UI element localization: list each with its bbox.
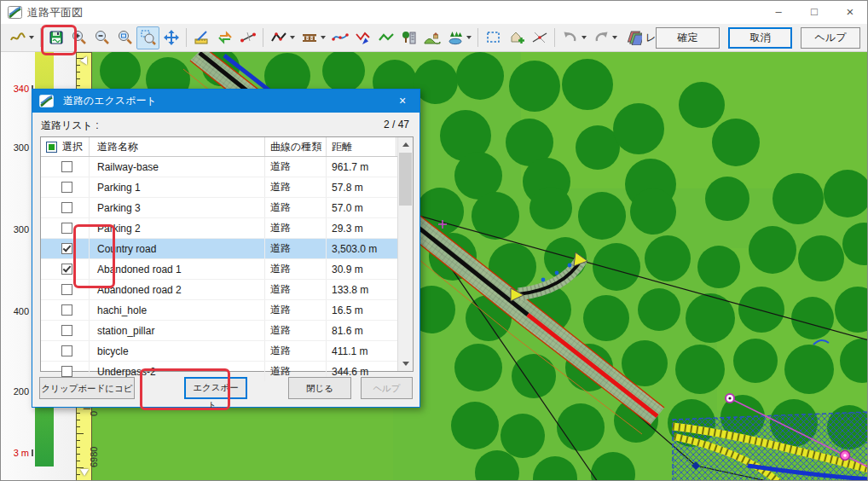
- app-window: 3403003004002003 m 7140 0 6980 道路平面図 – □…: [0, 0, 868, 481]
- tree-building-tool-button[interactable]: [397, 26, 420, 49]
- save-icon: [48, 29, 65, 46]
- road-name-cell: Parking 1: [90, 177, 265, 197]
- scale-label: 200: [14, 386, 33, 397]
- row-checkbox[interactable]: [61, 304, 72, 316]
- measure-tool-button[interactable]: [190, 26, 213, 49]
- forest-pond-tool-button[interactable]: [443, 26, 466, 49]
- chevron-down-icon[interactable]: [29, 36, 34, 39]
- bridge-tool-button[interactable]: [298, 26, 321, 49]
- zoom-extent-button[interactable]: [113, 26, 136, 49]
- row-checkbox[interactable]: [61, 284, 72, 295]
- green-polyline-icon: [378, 29, 395, 46]
- chevron-down-icon[interactable]: [466, 36, 472, 39]
- row-select-cell: [41, 157, 90, 177]
- zoom-window-button[interactable]: [136, 26, 159, 49]
- row-checkbox[interactable]: [61, 325, 72, 336]
- bridge-icon: [301, 29, 318, 46]
- forest-pond-icon: [447, 29, 464, 46]
- row-select-cell: [41, 177, 90, 197]
- table-row[interactable]: Abandoned road 2道路133.8 m: [41, 280, 413, 300]
- road-name-cell: Abandoned road 1: [90, 259, 265, 279]
- pan-button[interactable]: [159, 26, 182, 49]
- distance-cell: 30.9 m: [327, 259, 396, 279]
- terrain-tool-button[interactable]: [420, 26, 443, 49]
- row-checkbox[interactable]: [61, 243, 72, 254]
- road-list-label: 道路リスト :: [41, 119, 99, 133]
- row-checkbox[interactable]: [61, 182, 72, 193]
- help-button[interactable]: ヘルプ: [801, 27, 860, 49]
- dialog-close-action-button[interactable]: 閉じる: [288, 377, 351, 399]
- copy-to-clipboard-button[interactable]: クリップボードにコピー: [39, 377, 135, 399]
- table-row[interactable]: bicycle道路411.1 m: [41, 341, 413, 362]
- redo-button[interactable]: [589, 26, 612, 49]
- dialog-close-button[interactable]: ×: [385, 90, 420, 113]
- zoom-extent-icon: [117, 29, 134, 46]
- chevron-down-icon[interactable]: [321, 36, 326, 39]
- table-scrollbar[interactable]: [397, 137, 413, 371]
- export-dialog: 道路のエクスポート × 道路リスト : 2 / 47 選択 道路名称 曲線の種類…: [32, 89, 420, 408]
- close-button[interactable]: ×: [833, 1, 867, 24]
- green-polyline-tool-button[interactable]: [374, 26, 397, 49]
- row-checkbox[interactable]: [61, 366, 72, 377]
- curve-points-icon: [332, 29, 349, 46]
- alignment-curve-tool-button[interactable]: [6, 26, 29, 49]
- add-structure-button[interactable]: [505, 26, 528, 49]
- undo-button[interactable]: [558, 26, 582, 49]
- table-row[interactable]: Railway-base道路961.7 m: [41, 157, 413, 177]
- distance-cell: 16.5 m: [327, 300, 396, 320]
- header-curve-type[interactable]: 曲線の種類: [265, 137, 327, 156]
- header-road-name[interactable]: 道路名称: [90, 137, 265, 156]
- maximize-button[interactable]: □: [797, 1, 831, 24]
- distance-cell: 57.0 m: [327, 198, 396, 217]
- trim-line-button[interactable]: [236, 26, 259, 49]
- header-select-label: 選択: [62, 140, 83, 154]
- scrollbar-thumb[interactable]: [399, 153, 412, 206]
- row-select-cell: [41, 321, 90, 340]
- table-row[interactable]: station_pillar道路81.6 m: [41, 321, 413, 341]
- table-row[interactable]: hachi_hole道路16.5 m: [41, 300, 413, 321]
- zoom-in-button[interactable]: [67, 26, 90, 49]
- select-region-button[interactable]: [482, 26, 505, 49]
- confirm-button[interactable]: 確定: [656, 27, 720, 49]
- row-checkbox[interactable]: [61, 223, 72, 234]
- road-table-body: Railway-base道路961.7 mParking 1道路57.8 mPa…: [41, 157, 413, 382]
- dialog-help-button: ヘルプ: [361, 377, 413, 399]
- row-checkbox[interactable]: [61, 202, 72, 213]
- export-button[interactable]: エクスポート...: [184, 377, 247, 399]
- row-select-cell: [41, 198, 90, 217]
- zoom-out-button[interactable]: [90, 26, 113, 49]
- distance-cell: 81.6 m: [327, 321, 396, 340]
- polyline-tool-button[interactable]: [267, 26, 290, 49]
- trim-line-icon: [240, 29, 257, 46]
- flight-route-icon: [355, 29, 372, 46]
- refresh-swap-button[interactable]: [213, 26, 236, 49]
- chevron-down-icon[interactable]: [582, 36, 587, 39]
- cancel-button[interactable]: 取消: [728, 27, 792, 49]
- scroll-up-arrow-icon[interactable]: [398, 137, 413, 152]
- title-bar: 道路平面図 – □ ×: [1, 1, 867, 25]
- dialog-title-bar[interactable]: 道路のエクスポート ×: [32, 90, 420, 113]
- pan-icon: [163, 29, 180, 46]
- save-button[interactable]: [44, 26, 67, 49]
- scroll-down-arrow-icon[interactable]: [398, 356, 413, 371]
- distance-cell: 3,503.0 m: [327, 239, 396, 258]
- chevron-down-icon[interactable]: [612, 36, 617, 39]
- intersect-lines-button[interactable]: [528, 26, 551, 49]
- minimize-button[interactable]: –: [761, 1, 796, 24]
- intersect-lines-icon: [531, 29, 548, 46]
- flight-route-tool-button[interactable]: [351, 26, 374, 49]
- table-row[interactable]: Parking 3道路57.0 m: [41, 198, 413, 218]
- header-select: 選択: [41, 137, 90, 156]
- table-row[interactable]: Country road道路3,503.0 m: [41, 239, 413, 259]
- table-row[interactable]: Abandoned road 1道路30.9 m: [41, 259, 413, 280]
- chevron-down-icon[interactable]: [290, 36, 295, 39]
- curve-type-cell: 道路: [265, 239, 327, 258]
- curve-points-tool-button[interactable]: [328, 26, 351, 49]
- row-checkbox[interactable]: [61, 264, 72, 275]
- header-distance[interactable]: 距離: [327, 137, 396, 156]
- row-checkbox[interactable]: [61, 345, 72, 356]
- select-all-checkbox[interactable]: [46, 142, 57, 153]
- table-row[interactable]: Parking 1道路57.8 m: [41, 177, 413, 198]
- table-row[interactable]: Parking 2道路29.3 m: [41, 218, 413, 239]
- row-checkbox[interactable]: [61, 161, 72, 172]
